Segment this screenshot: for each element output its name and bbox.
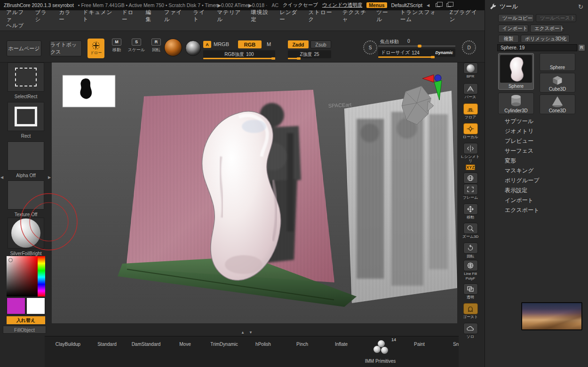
section-masking[interactable]: マスキング xyxy=(485,166,588,176)
scale-mode-button[interactable]: S スケール xyxy=(127,38,146,58)
alpha-selector[interactable]: Alpha Off xyxy=(8,141,44,179)
back-icon[interactable]: ◀ xyxy=(427,3,429,8)
saturation-value-square[interactable] xyxy=(7,256,38,297)
rgb-mode-button[interactable]: RGB xyxy=(238,40,262,48)
brush-claybuildup[interactable]: ClayBuildup xyxy=(48,336,87,365)
menu-item-brush[interactable]: ブラシ xyxy=(31,9,55,23)
rgb-intensity-handle[interactable] xyxy=(271,57,275,60)
gradient-selector[interactable]: Rect xyxy=(8,102,44,140)
hue-bar[interactable] xyxy=(38,256,45,297)
tool-thumb-cube3d[interactable]: Cube3D xyxy=(540,73,575,93)
fill-object-button[interactable]: FillObject xyxy=(3,326,46,334)
duplicate-button[interactable]: 複製 xyxy=(498,35,519,43)
tool-thumb-cone3d[interactable]: Cone3D xyxy=(540,94,575,114)
polyframe-button[interactable]: Line Fill PolyF xyxy=(460,260,481,281)
tool-thumb-sphere-active[interactable]: Sphere xyxy=(498,53,534,90)
lightbox-button[interactable]: ライトボックス xyxy=(50,40,82,56)
current-tool-name-field[interactable]: Sphere. 19 xyxy=(497,44,577,51)
secondary-material-sphere[interactable] xyxy=(185,40,201,56)
transparent-button[interactable]: 透明 xyxy=(460,283,481,299)
solo-button[interactable]: ソロ xyxy=(460,323,481,339)
rotate-view-button[interactable]: 回転 xyxy=(460,242,481,258)
ghost-button[interactable]: ゴースト xyxy=(460,303,481,319)
window-opacity-slider[interactable]: ウィンドウ透明度 xyxy=(322,2,362,8)
tool-copy-button[interactable]: ツールコピー xyxy=(498,14,534,22)
zsub-button[interactable]: Zsub xyxy=(310,40,331,48)
document-canvas[interactable]: SPACEart xyxy=(52,62,457,323)
paint-a-button[interactable]: A xyxy=(203,41,211,48)
rotate-mode-button[interactable]: R 回転 xyxy=(147,38,166,58)
brush-move[interactable]: Move xyxy=(166,336,205,365)
menu-item-tool[interactable]: ツール xyxy=(372,9,396,23)
section-subtool[interactable]: サブツール xyxy=(485,117,588,126)
brush-pinch[interactable]: Pinch xyxy=(283,336,322,365)
mrgb-label[interactable]: MRGB xyxy=(214,41,229,47)
desktop-wallpaper-thumbnail[interactable] xyxy=(521,302,582,330)
globe-button[interactable] xyxy=(460,172,481,184)
brush-hpolish[interactable]: hPolish xyxy=(244,336,283,365)
section-polygroups[interactable]: ポリグループ xyxy=(485,176,588,186)
tool-export-button[interactable]: エクスポート xyxy=(530,24,563,32)
rename-tool-button[interactable]: R xyxy=(578,44,585,51)
menu-item-stroke[interactable]: ストローク xyxy=(304,9,338,23)
focal-shift-slider[interactable] xyxy=(378,46,455,47)
make-polymesh3d-button[interactable]: ポリメッシュ3D化 xyxy=(521,35,570,43)
dynamic-dial-icon[interactable]: D xyxy=(462,40,476,55)
menu-item-file[interactable]: ファイル xyxy=(160,9,189,23)
section-display[interactable]: 表示設定 xyxy=(485,186,588,195)
floor-button[interactable]: フロア xyxy=(460,103,481,119)
tool-paste-button[interactable]: ツールペースト xyxy=(536,14,576,22)
move-mode-button[interactable]: M 移動 xyxy=(107,38,126,58)
stroke-dial-icon[interactable]: S xyxy=(363,40,377,55)
section-export[interactable]: エクスポート xyxy=(485,205,588,215)
brush-paint[interactable]: Paint xyxy=(400,336,439,365)
menu-item-color[interactable]: カラー xyxy=(55,9,78,23)
window-paste-icon[interactable] xyxy=(446,3,451,7)
menu-item-edit[interactable]: 編集 xyxy=(142,9,160,23)
menu-item-alpha[interactable]: アルファ xyxy=(2,9,31,23)
dynamic-mode-label[interactable]: Dynamic xyxy=(435,50,453,55)
brush-standard[interactable]: Standard xyxy=(87,336,127,365)
swap-colors-button[interactable]: 入れ替え xyxy=(7,316,45,324)
section-preview[interactable]: プレビュー xyxy=(485,136,588,146)
brush-snakehook[interactable]: Snak xyxy=(439,336,459,365)
zadd-button[interactable]: Zadd xyxy=(288,40,309,48)
homepage-button[interactable]: ホームページ xyxy=(7,40,41,56)
z-intensity-handle[interactable] xyxy=(297,57,301,60)
m-mode-label[interactable]: M xyxy=(267,41,271,47)
draw-size-handle[interactable] xyxy=(431,56,435,58)
menus-toggle-button[interactable]: Menus xyxy=(366,2,387,8)
texture-selector[interactable]: Texture Off xyxy=(8,180,44,218)
secondary-color-swatch[interactable] xyxy=(26,297,45,314)
menu-item-render[interactable]: レンダー xyxy=(275,9,304,23)
menu-item-texture[interactable]: テクスチャ xyxy=(338,9,372,23)
section-surface[interactable]: サーフェス xyxy=(485,146,588,156)
move-view-button[interactable]: 移動 xyxy=(460,203,481,219)
zoom3d-button[interactable]: ズーム3D xyxy=(460,223,481,239)
local-button[interactable]: ローカル xyxy=(460,123,481,139)
brush-trimdynamic[interactable]: TrimDynamic xyxy=(205,336,244,365)
default-zscript-button[interactable]: DefaultZScript xyxy=(391,2,423,8)
frame-button[interactable]: フレーム xyxy=(460,184,481,200)
color-picker[interactable] xyxy=(7,256,45,297)
collapse-down-icon[interactable]: ▼ xyxy=(249,330,253,335)
menu-item-material[interactable]: マテリアル xyxy=(213,9,246,23)
draw-size-slider[interactable]: ドローサイズ 124 Dynamic xyxy=(378,48,455,57)
stroke-selector[interactable]: SelectRect xyxy=(8,62,44,100)
active-color-swatch[interactable] xyxy=(7,297,25,314)
z-intensity-slider[interactable]: Z強度 25 xyxy=(288,50,331,58)
local-symmetry-button[interactable]: L.シンメトリ xyxy=(460,143,481,163)
sculpt-model[interactable] xyxy=(202,111,280,280)
menu-item-preferences[interactable]: 環境設定 xyxy=(247,9,276,23)
menu-item-draw[interactable]: ドロー xyxy=(118,9,141,23)
menu-item-document[interactable]: ドキュメント xyxy=(79,9,118,23)
rgb-intensity-slider[interactable]: RGB強度 100 xyxy=(203,50,275,58)
shelf-scroll-right-icon[interactable]: ▶ xyxy=(48,175,51,180)
window-copy-icon[interactable] xyxy=(436,3,440,7)
section-geometry[interactable]: ジオメトリ xyxy=(485,126,588,136)
section-import[interactable]: インポート xyxy=(485,195,588,205)
focal-shift-handle[interactable] xyxy=(418,45,421,47)
shelf-scroll-left-icon[interactable]: ◀ xyxy=(0,175,3,180)
menu-item-zplugin[interactable]: Zプラグイン xyxy=(445,9,483,23)
tool-import-button[interactable]: インポート xyxy=(498,24,528,32)
